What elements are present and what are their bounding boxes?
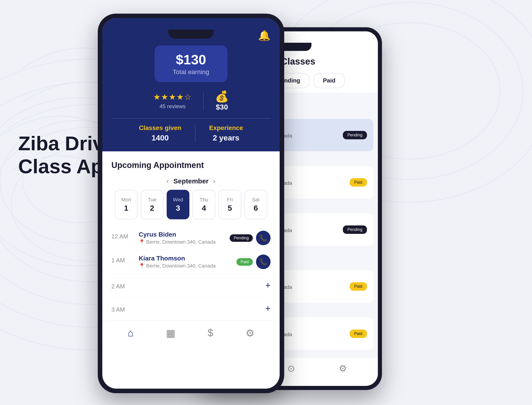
month-name: September xyxy=(173,177,208,185)
appointment-card-cyrus: Cyrus Biden 📍 Berrie, Downtown 340, Cana… xyxy=(139,231,271,245)
day-num-mon: 1 xyxy=(124,204,129,212)
day-fri[interactable]: Fri 5 xyxy=(218,190,241,219)
per-class-stat: 💰 $30 xyxy=(204,90,240,111)
time-slot-1am: 1 AM Kiara Thomson 📍 Berrie, Downtown 34… xyxy=(111,250,271,274)
experience-value: 2 years xyxy=(209,133,243,142)
classes-given-value: 1400 xyxy=(139,133,181,142)
experience-item: Experience 2 years xyxy=(196,124,257,142)
nav-settings[interactable]: ⚙ xyxy=(246,327,254,339)
location-icon: 📍 xyxy=(139,239,145,245)
day-name-wed: Wed xyxy=(173,197,183,203)
appointment-title: Upcoming Appointment xyxy=(111,161,271,170)
appt-location-cyrus: 📍 Berrie, Downtown 340, Canada xyxy=(139,239,216,245)
day-num-wed: 3 xyxy=(176,204,180,212)
divider-line xyxy=(111,118,271,119)
time-label-2am: 2 AM xyxy=(111,281,134,290)
day-tue[interactable]: Tue 2 xyxy=(141,190,164,219)
status-badge-peter: Paid xyxy=(350,178,367,187)
appt-info-kiara: Kiara Thomson 📍 Berrie, Downtown 340, Ca… xyxy=(139,255,216,269)
day-name-thu: Thu xyxy=(200,197,208,203)
nav-earnings[interactable]: $ xyxy=(208,327,213,339)
paid-badge-kiara: Paid xyxy=(236,258,253,266)
day-name-tue: Tue xyxy=(148,197,156,203)
phone1-notch xyxy=(168,30,214,39)
status-badge-cyrus-1: Pending xyxy=(343,131,367,139)
earning-amount: $130 xyxy=(168,52,214,68)
add-slot-3am[interactable]: + xyxy=(265,304,271,314)
day-num-sat: 6 xyxy=(254,204,258,212)
day-num-tue: 2 xyxy=(150,204,154,212)
appt-location-kiara: 📍 Berrie, Downtown 340, Canada xyxy=(139,263,216,269)
nav-home[interactable]: ⌂ xyxy=(128,327,134,339)
status-badge-cyrus-3: Paid xyxy=(350,282,367,291)
location-text-kiara: Berrie, Downtown 340, Canada xyxy=(146,263,216,269)
day-name-sat: Sat xyxy=(252,197,259,203)
reviews-stat: ★★★★☆ 45 reviews xyxy=(142,92,203,109)
appt-name-cyrus: Cyrus Biden xyxy=(139,231,216,238)
stars-rating: ★★★★☆ xyxy=(153,92,192,102)
day-name-mon: Mon xyxy=(121,197,131,203)
time-label-1am: 1 AM xyxy=(111,255,134,264)
time-label-12am: 12 AM xyxy=(111,231,134,240)
status-badge-cyrus-2: Pending xyxy=(343,225,367,234)
bell-icon[interactable]: 🔔 xyxy=(258,30,271,41)
phone1-frame: 🔔 $130 Total earning ★★★★☆ 45 reviews 💰 … xyxy=(98,14,284,393)
call-button-cyrus[interactable]: 📞 xyxy=(256,231,271,245)
status-badge-cyrus-4: Paid xyxy=(350,330,367,338)
classes-given-label: Classes given xyxy=(139,124,181,132)
day-thu[interactable]: Thu 4 xyxy=(192,190,215,219)
appt-actions-cyrus: Pending 📞 xyxy=(230,231,271,245)
pending-badge-cyrus: Pending xyxy=(230,234,253,242)
time-slot-12am: 12 AM Cyrus Biden 📍 Berrie, Downtown 340… xyxy=(111,226,271,250)
day-wed[interactable]: Wed 3 xyxy=(167,190,189,219)
per-class-value: $30 xyxy=(215,103,229,111)
appointment-list: 12 AM Cyrus Biden 📍 Berrie, Downtown 340… xyxy=(111,226,271,320)
phone1-body: Upcoming Appointment ‹ September › Mon 1 xyxy=(102,151,280,320)
nav-calendar[interactable]: ▦ xyxy=(166,327,176,339)
phone1-header: 🔔 $130 Total earning ★★★★☆ 45 reviews 💰 … xyxy=(102,18,280,151)
phone1-bottom-nav: ⌂ ▦ $ ⚙ xyxy=(102,320,280,350)
calendar: ‹ September › Mon 1 Tue 2 xyxy=(111,177,271,219)
time-label-3am: 3 AM xyxy=(111,304,134,313)
day-sat[interactable]: Sat 6 xyxy=(244,190,267,219)
stats-row: ★★★★☆ 45 reviews 💰 $30 xyxy=(111,90,271,111)
day-num-fri: 5 xyxy=(228,204,232,212)
month-nav: ‹ September › xyxy=(111,177,271,185)
appointment-card-kiara: Kiara Thomson 📍 Berrie, Downtown 340, Ca… xyxy=(139,255,271,269)
day-name-fri: Fri xyxy=(227,197,233,203)
p2-nav-settings[interactable]: ⚙ xyxy=(339,363,347,374)
phone1-wrapper: 🔔 $130 Total earning ★★★★☆ 45 reviews 💰 … xyxy=(98,14,284,393)
prev-month-button[interactable]: ‹ xyxy=(166,177,169,185)
tab-paid[interactable]: Paid xyxy=(313,73,345,88)
classes-row: Classes given 1400 Experience 2 years xyxy=(111,124,271,142)
appt-actions-kiara: Paid 📞 xyxy=(236,255,271,269)
add-slot-2am[interactable]: + xyxy=(265,280,271,290)
day-num-thu: 4 xyxy=(202,204,206,212)
appt-name-kiara: Kiara Thomson xyxy=(139,255,216,262)
reviews-label: 45 reviews xyxy=(153,103,192,109)
p2-nav-profile[interactable]: ⊙ xyxy=(287,363,295,374)
earning-label: Total earning xyxy=(168,68,214,76)
days-row: Mon 1 Tue 2 Wed 3 Thu 4 xyxy=(111,190,271,219)
coin-icon: 💰 xyxy=(215,90,229,103)
time-slot-3am: 3 AM + xyxy=(111,297,271,320)
appt-info-cyrus: Cyrus Biden 📍 Berrie, Downtown 340, Cana… xyxy=(139,231,216,245)
next-month-button[interactable]: › xyxy=(213,177,216,185)
call-button-kiara[interactable]: 📞 xyxy=(256,255,271,269)
day-mon[interactable]: Mon 1 xyxy=(115,190,137,219)
time-slot-2am: 2 AM + xyxy=(111,274,271,297)
classes-given-item: Classes given 1400 xyxy=(125,124,195,142)
location-text-cyrus: Berrie, Downtown 340, Canada xyxy=(146,239,216,245)
phone1-screen: 🔔 $130 Total earning ★★★★☆ 45 reviews 💰 … xyxy=(102,18,280,389)
location-icon2: 📍 xyxy=(139,263,145,269)
experience-label: Experience xyxy=(209,124,243,132)
earning-card: $130 Total earning xyxy=(155,46,227,82)
